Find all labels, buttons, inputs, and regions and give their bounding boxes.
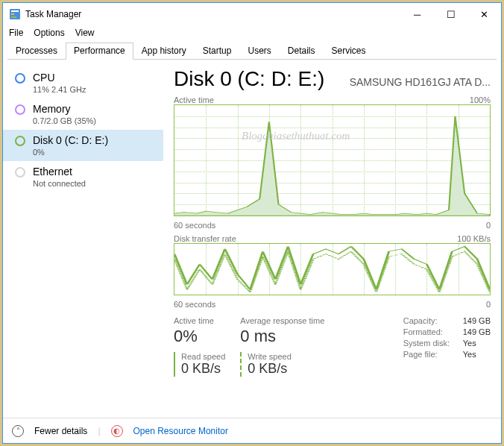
read-speed-label: Read speed — [181, 352, 225, 361]
tab-app-history[interactable]: App history — [133, 43, 195, 60]
pagefile-label: Page file: — [403, 350, 463, 359]
transfer-rate-chart — [174, 243, 491, 295]
tab-processes[interactable]: Processes — [7, 43, 66, 60]
active-time-stat: Active time 0% — [174, 316, 225, 346]
chart2-xlabels: 60 seconds 0 — [174, 300, 491, 309]
window-controls: ─ ☐ ✕ — [400, 3, 501, 25]
formatted-label: Formatted: — [403, 327, 463, 336]
active-time-line — [174, 105, 490, 216]
menu-file[interactable]: File — [9, 28, 23, 38]
content-area: CPU 11% 2.41 GHz Memory 0.7/2.0 GB (35%)… — [3, 60, 501, 418]
sidebar-item-ethernet[interactable]: Ethernet Not connected — [3, 161, 163, 192]
close-button[interactable]: ✕ — [467, 3, 501, 25]
tab-users[interactable]: Users — [239, 43, 279, 60]
window-title: Task Manager — [25, 9, 81, 19]
write-speed-label: Write speed — [248, 352, 292, 361]
response-time-stat: Average response time 0 ms — [240, 316, 324, 346]
write-speed-value: 0 KB/s — [248, 361, 292, 377]
tab-startup[interactable]: Startup — [195, 43, 240, 60]
chart2-xleft: 60 seconds — [174, 300, 215, 309]
formatted-value: 149 GB — [463, 327, 491, 336]
cpu-name: CPU — [33, 72, 86, 84]
menubar: File Options View — [3, 25, 501, 40]
main-panel: Disk 0 (C: D: E:) SAMSUNG HD161GJ ATA D.… — [163, 60, 501, 418]
capacity-label: Capacity: — [403, 316, 463, 325]
disk-sub: 0% — [33, 148, 108, 157]
open-resource-monitor-link[interactable]: Open Resource Monitor — [133, 426, 228, 436]
main-header: Disk 0 (C: D: E:) SAMSUNG HD161GJ ATA D.… — [174, 67, 491, 91]
sidebar-item-cpu[interactable]: CPU 11% 2.41 GHz — [3, 67, 163, 98]
stats-row: Active time 0% Read speed 0 KB/s Average… — [174, 316, 491, 377]
write-row: Write speed 0 KB/s — [240, 352, 339, 377]
read-speed-stat: Read speed 0 KB/s — [174, 352, 225, 377]
svg-rect-2 — [11, 13, 14, 15]
chart1-xlabels: 60 seconds 0 — [174, 221, 491, 230]
resource-title: Disk 0 (C: D: E:) — [174, 67, 324, 91]
memory-icon — [15, 104, 25, 115]
sidebar-item-disk[interactable]: Disk 0 (C: D: E:) 0% — [3, 130, 163, 161]
chart2-max: 100 KB/s — [457, 234, 491, 243]
active-time-chart — [174, 104, 491, 216]
ethernet-sub: Not connected — [33, 179, 86, 188]
chart2-labels: Disk transfer rate 100 KB/s — [174, 234, 491, 243]
speed-row: Read speed 0 KB/s — [174, 352, 240, 377]
fewer-details-link[interactable]: Fewer details — [34, 426, 87, 436]
capacity-value: 149 GB — [463, 316, 491, 325]
tab-performance[interactable]: Performance — [66, 43, 133, 60]
pagefile-value: Yes — [463, 350, 476, 359]
menu-options[interactable]: Options — [34, 28, 64, 38]
chart2-xright: 0 — [486, 300, 491, 309]
chart1-labels: Active time 100% — [174, 95, 491, 104]
svg-rect-1 — [11, 10, 19, 12]
write-speed-stat: Write speed 0 KB/s — [240, 352, 292, 377]
response-time-label: Average response time — [240, 316, 324, 325]
task-manager-window: Task Manager ─ ☐ ✕ File Options View Pro… — [2, 2, 502, 444]
memory-name: Memory — [33, 103, 96, 115]
active-time-label: Active time — [174, 316, 225, 325]
chart1-max: 100% — [470, 95, 491, 104]
chevron-up-icon[interactable]: ˄ — [12, 425, 24, 437]
sysdisk-label: System disk: — [403, 339, 463, 348]
active-time-value: 0% — [174, 327, 225, 346]
cpu-icon — [15, 73, 25, 84]
ethernet-icon — [15, 167, 25, 178]
read-speed-value: 0 KB/s — [181, 361, 225, 377]
cpu-sub: 11% 2.41 GHz — [33, 85, 86, 94]
performance-sidebar: CPU 11% 2.41 GHz Memory 0.7/2.0 GB (35%)… — [3, 60, 163, 418]
chart2-title: Disk transfer rate — [174, 234, 236, 243]
sidebar-item-memory[interactable]: Memory 0.7/2.0 GB (35%) — [3, 98, 163, 130]
disk-icon — [15, 136, 25, 146]
transfer-lines — [174, 244, 490, 295]
chart1-xright: 0 — [486, 221, 491, 230]
titlebar: Task Manager ─ ☐ ✕ — [3, 3, 501, 25]
sysdisk-value: Yes — [463, 339, 476, 348]
maximize-button[interactable]: ☐ — [434, 3, 467, 25]
minimize-button[interactable]: ─ — [400, 3, 434, 25]
svg-rect-3 — [11, 16, 16, 18]
footer: ˄ Fewer details | ◐ Open Resource Monito… — [3, 418, 501, 443]
tab-services[interactable]: Services — [324, 43, 374, 60]
disk-model: SAMSUNG HD161GJ ATA D... — [350, 76, 491, 88]
app-icon — [9, 8, 21, 20]
menu-view[interactable]: View — [75, 28, 95, 38]
chart1-title: Active time — [174, 95, 214, 104]
response-time-value: 0 ms — [240, 327, 324, 346]
disk-info: Capacity:149 GB Formatted:149 GB System … — [403, 316, 491, 377]
disk-name: Disk 0 (C: D: E:) — [33, 134, 108, 146]
ethernet-name: Ethernet — [33, 166, 86, 178]
resource-monitor-icon[interactable]: ◐ — [111, 425, 123, 437]
tabstrip: Processes Performance App history Startu… — [7, 42, 497, 60]
tab-details[interactable]: Details — [280, 43, 324, 60]
chart1-xleft: 60 seconds — [174, 221, 215, 230]
memory-sub: 0.7/2.0 GB (35%) — [33, 116, 96, 125]
